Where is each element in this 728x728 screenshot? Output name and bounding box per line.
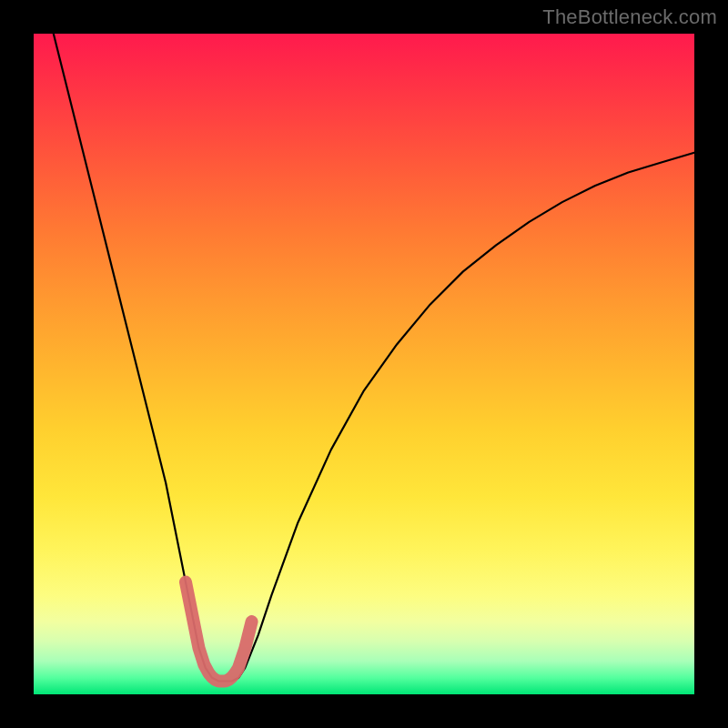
- curve-layer: [34, 34, 694, 694]
- bottleneck-curve: [54, 34, 694, 681]
- chart-frame: TheBottleneck.com: [0, 0, 728, 728]
- plot-area: [34, 34, 694, 694]
- watermark-text: TheBottleneck.com: [542, 5, 717, 29]
- minimum-highlight: [186, 582, 252, 682]
